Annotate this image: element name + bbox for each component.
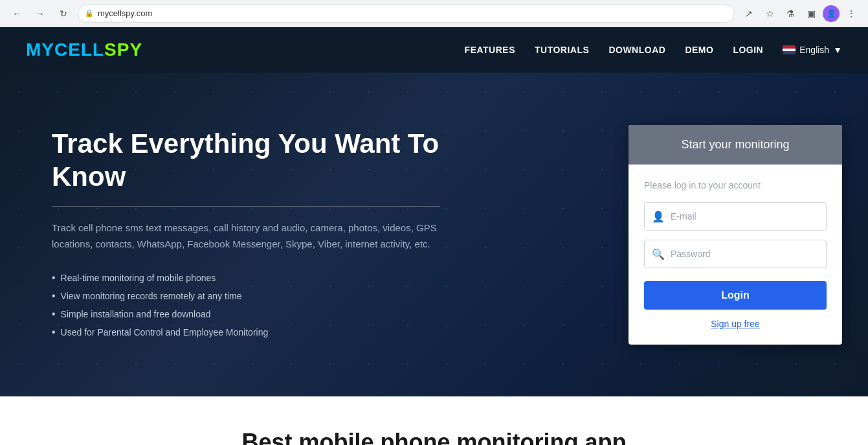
user-icon: 👤 xyxy=(652,210,665,222)
flag-icon xyxy=(783,45,796,54)
email-input-group: 👤 xyxy=(644,202,827,231)
nav-item-download[interactable]: DOWNLOAD xyxy=(608,44,665,56)
bookmark-button[interactable]: ☆ xyxy=(761,5,779,23)
navbar: MYCELLSPY FEATURES TUTORIALS DOWNLOAD DE… xyxy=(0,27,868,73)
hero-divider xyxy=(52,206,440,207)
refresh-button[interactable]: ↻ xyxy=(54,5,72,23)
lock-icon: 🔍 xyxy=(652,247,665,260)
lock-icon: 🔒 xyxy=(85,9,94,17)
below-fold-title: Best mobile phone monitoring app xyxy=(26,429,842,445)
password-input-group: 🔍 xyxy=(644,240,827,268)
login-subtitle: Please log in to your account xyxy=(644,180,827,190)
nav-item-tutorials[interactable]: TUTORIALS xyxy=(535,44,589,56)
user-avatar[interactable]: 👤 xyxy=(823,5,840,22)
login-card-body: Please log in to your account 👤 🔍 Login … xyxy=(629,165,842,345)
nav-link-login[interactable]: LOGIN xyxy=(733,45,763,55)
login-card-header: Start your monitoring xyxy=(629,125,842,165)
logo-my: MY xyxy=(26,40,54,60)
back-button[interactable]: ← xyxy=(8,5,26,23)
browser-actions: ↗ ☆ ⚗ ▣ 👤 ⋮ xyxy=(740,5,860,23)
logo-cell: CELL xyxy=(54,40,104,60)
nav-item-features[interactable]: FEATURES xyxy=(465,44,515,56)
forward-button[interactable]: → xyxy=(31,5,49,23)
sidebar-button[interactable]: ▣ xyxy=(802,5,820,23)
logo-spy: SPY xyxy=(104,40,142,60)
url-text: mycellspy.com xyxy=(98,8,728,18)
address-bar[interactable]: 🔒 mycellspy.com xyxy=(78,5,735,23)
hero-title: Track Everything You Want To Know xyxy=(52,128,440,193)
nav-link-features[interactable]: FEATURES xyxy=(465,45,515,55)
chevron-down-icon: ▼ xyxy=(833,45,842,55)
nav-link-tutorials[interactable]: TUTORIALS xyxy=(535,45,589,55)
hero-bullet-2: View monitoring records remotely at any … xyxy=(52,287,440,305)
hero-bullets: Real-time monitoring of mobile phones Vi… xyxy=(52,269,440,341)
hero-content: Track Everything You Want To Know Track … xyxy=(52,128,440,341)
language-label: English xyxy=(799,45,829,55)
password-field[interactable] xyxy=(644,240,827,268)
hero-bullet-3: Simple installation and free download xyxy=(52,305,440,323)
hero-bullet-1: Real-time monitoring of mobile phones xyxy=(52,269,440,287)
login-card: Start your monitoring Please log in to y… xyxy=(629,125,842,345)
nav-link-demo[interactable]: DEMO xyxy=(685,45,713,55)
login-button[interactable]: Login xyxy=(644,281,827,310)
hero-section: Track Everything You Want To Know Track … xyxy=(0,73,868,396)
extensions-button[interactable]: ⚗ xyxy=(781,5,799,23)
signup-link[interactable]: Sign up free xyxy=(644,319,827,329)
site-logo[interactable]: MYCELLSPY xyxy=(26,40,142,60)
share-button[interactable]: ↗ xyxy=(740,5,758,23)
email-field[interactable] xyxy=(644,202,827,231)
menu-button[interactable]: ⋮ xyxy=(842,5,860,23)
nav-link-download[interactable]: DOWNLOAD xyxy=(608,45,665,55)
nav-item-demo[interactable]: DEMO xyxy=(685,44,713,56)
language-selector[interactable]: English ▼ xyxy=(783,45,842,55)
nav-item-login[interactable]: LOGIN xyxy=(733,44,763,56)
nav-links: FEATURES TUTORIALS DOWNLOAD DEMO LOGIN E… xyxy=(465,44,842,56)
hero-bullet-4: Used for Parental Control and Employee M… xyxy=(52,323,440,341)
browser-chrome: ← → ↻ 🔒 mycellspy.com ↗ ☆ ⚗ ▣ 👤 ⋮ xyxy=(0,0,868,27)
hero-description: Track cell phone sms text messages, call… xyxy=(52,220,440,253)
below-fold-section: Best mobile phone monitoring app Monitor… xyxy=(0,396,868,445)
lang-selector[interactable]: English ▼ xyxy=(783,45,842,55)
